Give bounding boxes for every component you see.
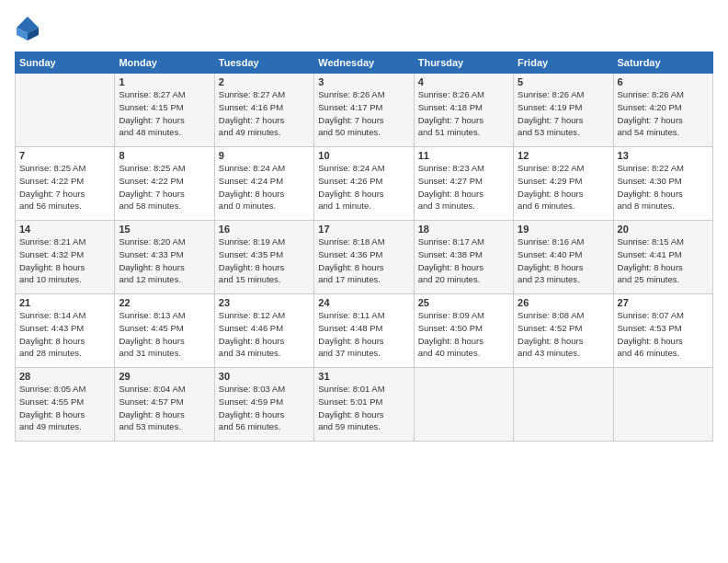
week-row-5: 28Sunrise: 8:05 AMSunset: 4:55 PMDayligh… — [16, 368, 713, 442]
weekday-header-monday: Monday — [115, 52, 214, 74]
day-number: 9 — [219, 150, 310, 161]
weekday-header-thursday: Thursday — [414, 52, 513, 74]
weekday-header-sunday: Sunday — [16, 52, 115, 74]
day-info: Sunrise: 8:18 AMSunset: 4:36 PMDaylight:… — [318, 236, 409, 286]
calendar-cell: 1Sunrise: 8:27 AMSunset: 4:15 PMDaylight… — [115, 74, 214, 147]
calendar-cell: 17Sunrise: 8:18 AMSunset: 4:36 PMDayligh… — [314, 221, 414, 294]
calendar-cell: 4Sunrise: 8:26 AMSunset: 4:18 PMDaylight… — [414, 74, 513, 147]
calendar-cell: 31Sunrise: 8:01 AMSunset: 5:01 PMDayligh… — [314, 368, 414, 442]
day-number: 3 — [318, 76, 409, 87]
calendar-cell: 24Sunrise: 8:11 AMSunset: 4:48 PMDayligh… — [314, 294, 414, 368]
calendar-cell: 19Sunrise: 8:16 AMSunset: 4:40 PMDayligh… — [514, 221, 613, 294]
calendar-cell: 20Sunrise: 8:15 AMSunset: 4:41 PMDayligh… — [613, 221, 712, 294]
day-number: 5 — [518, 76, 609, 87]
calendar-cell: 8Sunrise: 8:25 AMSunset: 4:22 PMDaylight… — [115, 147, 214, 221]
calendar-cell: 14Sunrise: 8:21 AMSunset: 4:32 PMDayligh… — [16, 221, 115, 294]
day-info: Sunrise: 8:03 AMSunset: 4:59 PMDaylight:… — [219, 383, 310, 433]
calendar-cell — [414, 368, 513, 442]
calendar-cell: 21Sunrise: 8:14 AMSunset: 4:43 PMDayligh… — [16, 294, 115, 368]
weekday-header-wednesday: Wednesday — [314, 52, 414, 74]
main-container: SundayMondayTuesdayWednesdayThursdayFrid… — [0, 0, 728, 451]
day-info: Sunrise: 8:26 AMSunset: 4:20 PMDaylight:… — [618, 88, 709, 139]
weekday-header-row: SundayMondayTuesdayWednesdayThursdayFrid… — [16, 52, 713, 74]
day-info: Sunrise: 8:26 AMSunset: 4:18 PMDaylight:… — [418, 88, 509, 139]
day-number: 20 — [618, 224, 709, 235]
day-info: Sunrise: 8:25 AMSunset: 4:22 PMDaylight:… — [119, 162, 210, 213]
day-number: 17 — [318, 224, 409, 235]
header — [15, 15, 713, 40]
week-row-1: 1Sunrise: 8:27 AMSunset: 4:15 PMDaylight… — [16, 74, 713, 147]
weekday-header-saturday: Saturday — [613, 52, 712, 74]
logo-icon — [15, 15, 40, 40]
day-number: 2 — [219, 76, 310, 87]
day-number: 25 — [418, 297, 509, 308]
week-row-2: 7Sunrise: 8:25 AMSunset: 4:22 PMDaylight… — [16, 147, 713, 221]
calendar-cell: 10Sunrise: 8:24 AMSunset: 4:26 PMDayligh… — [314, 147, 414, 221]
day-number: 8 — [119, 150, 210, 161]
day-info: Sunrise: 8:16 AMSunset: 4:40 PMDaylight:… — [518, 236, 609, 286]
day-info: Sunrise: 8:09 AMSunset: 4:50 PMDaylight:… — [418, 309, 509, 360]
day-info: Sunrise: 8:25 AMSunset: 4:22 PMDaylight:… — [19, 162, 110, 213]
day-number: 31 — [318, 371, 409, 382]
calendar-cell: 18Sunrise: 8:17 AMSunset: 4:38 PMDayligh… — [414, 221, 513, 294]
day-number: 18 — [418, 224, 509, 235]
calendar-cell: 26Sunrise: 8:08 AMSunset: 4:52 PMDayligh… — [514, 294, 613, 368]
calendar-table: SundayMondayTuesdayWednesdayThursdayFrid… — [15, 52, 713, 442]
calendar-cell — [613, 368, 712, 442]
day-number: 26 — [518, 297, 609, 308]
calendar-cell: 29Sunrise: 8:04 AMSunset: 4:57 PMDayligh… — [115, 368, 214, 442]
day-info: Sunrise: 8:27 AMSunset: 4:16 PMDaylight:… — [219, 88, 310, 139]
day-info: Sunrise: 8:07 AMSunset: 4:53 PMDaylight:… — [618, 309, 709, 360]
day-info: Sunrise: 8:24 AMSunset: 4:24 PMDaylight:… — [219, 162, 310, 213]
weekday-header-friday: Friday — [514, 52, 613, 74]
calendar-cell: 3Sunrise: 8:26 AMSunset: 4:17 PMDaylight… — [314, 74, 414, 147]
day-info: Sunrise: 8:14 AMSunset: 4:43 PMDaylight:… — [19, 309, 110, 360]
calendar-cell: 15Sunrise: 8:20 AMSunset: 4:33 PMDayligh… — [115, 221, 214, 294]
week-row-4: 21Sunrise: 8:14 AMSunset: 4:43 PMDayligh… — [16, 294, 713, 368]
day-number: 16 — [219, 224, 310, 235]
day-number: 27 — [618, 297, 709, 308]
day-info: Sunrise: 8:08 AMSunset: 4:52 PMDaylight:… — [518, 309, 609, 360]
calendar-cell: 12Sunrise: 8:22 AMSunset: 4:29 PMDayligh… — [514, 147, 613, 221]
day-number: 12 — [518, 150, 609, 161]
calendar-cell: 22Sunrise: 8:13 AMSunset: 4:45 PMDayligh… — [115, 294, 214, 368]
calendar-cell: 7Sunrise: 8:25 AMSunset: 4:22 PMDaylight… — [16, 147, 115, 221]
calendar-cell: 11Sunrise: 8:23 AMSunset: 4:27 PMDayligh… — [414, 147, 513, 221]
calendar-cell — [514, 368, 613, 442]
day-number: 10 — [318, 150, 409, 161]
calendar-cell: 30Sunrise: 8:03 AMSunset: 4:59 PMDayligh… — [214, 368, 313, 442]
calendar-cell: 6Sunrise: 8:26 AMSunset: 4:20 PMDaylight… — [613, 74, 712, 147]
calendar-cell: 9Sunrise: 8:24 AMSunset: 4:24 PMDaylight… — [214, 147, 313, 221]
day-info: Sunrise: 8:05 AMSunset: 4:55 PMDaylight:… — [19, 383, 110, 433]
day-info: Sunrise: 8:23 AMSunset: 4:27 PMDaylight:… — [418, 162, 509, 213]
day-number: 30 — [219, 371, 310, 382]
calendar-cell: 5Sunrise: 8:26 AMSunset: 4:19 PMDaylight… — [514, 74, 613, 147]
day-number: 13 — [618, 150, 709, 161]
day-number: 4 — [418, 76, 509, 87]
day-info: Sunrise: 8:26 AMSunset: 4:19 PMDaylight:… — [518, 88, 609, 139]
day-number: 29 — [119, 371, 210, 382]
calendar-cell — [16, 74, 115, 147]
day-info: Sunrise: 8:26 AMSunset: 4:17 PMDaylight:… — [318, 88, 409, 139]
day-number: 11 — [418, 150, 509, 161]
day-number: 21 — [19, 297, 110, 308]
day-info: Sunrise: 8:04 AMSunset: 4:57 PMDaylight:… — [119, 383, 210, 433]
day-number: 28 — [19, 371, 110, 382]
day-number: 6 — [618, 76, 709, 87]
day-info: Sunrise: 8:11 AMSunset: 4:48 PMDaylight:… — [318, 309, 409, 360]
calendar-cell: 2Sunrise: 8:27 AMSunset: 4:16 PMDaylight… — [214, 74, 313, 147]
day-number: 24 — [318, 297, 409, 308]
day-info: Sunrise: 8:13 AMSunset: 4:45 PMDaylight:… — [119, 309, 210, 360]
calendar-cell: 13Sunrise: 8:22 AMSunset: 4:30 PMDayligh… — [613, 147, 712, 221]
day-info: Sunrise: 8:15 AMSunset: 4:41 PMDaylight:… — [618, 236, 709, 286]
calendar-cell: 16Sunrise: 8:19 AMSunset: 4:35 PMDayligh… — [214, 221, 313, 294]
day-info: Sunrise: 8:19 AMSunset: 4:35 PMDaylight:… — [219, 236, 310, 286]
day-number: 14 — [19, 224, 110, 235]
day-number: 19 — [518, 224, 609, 235]
logo — [15, 15, 44, 40]
day-number: 15 — [119, 224, 210, 235]
day-info: Sunrise: 8:12 AMSunset: 4:46 PMDaylight:… — [219, 309, 310, 360]
day-info: Sunrise: 8:17 AMSunset: 4:38 PMDaylight:… — [418, 236, 509, 286]
day-info: Sunrise: 8:27 AMSunset: 4:15 PMDaylight:… — [119, 88, 210, 139]
day-number: 7 — [19, 150, 110, 161]
